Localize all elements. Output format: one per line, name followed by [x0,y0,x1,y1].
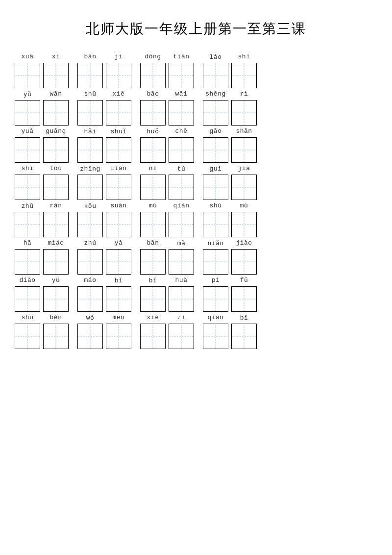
writing-box[interactable] [43,324,69,349]
pinyin-label: shuǐ [110,127,126,136]
character-cell: jiā [231,165,257,200]
writing-box[interactable] [203,286,228,312]
pinyin-label: huà [175,277,188,285]
character-cell: shū [77,90,103,126]
writing-box[interactable] [231,249,257,275]
character-pair: xiězì [140,314,194,349]
character-pair: diàoyú [15,277,69,312]
writing-box[interactable] [140,286,166,312]
pinyin-label: shū [22,314,34,323]
writing-box[interactable] [43,175,69,200]
writing-box[interactable] [169,286,194,312]
character-cell: tián [106,165,131,200]
writing-box[interactable] [169,63,194,88]
writing-box[interactable] [169,175,194,200]
character-cell: wǒ [77,314,103,349]
writing-box[interactable] [77,100,103,126]
writing-box[interactable] [77,212,103,237]
writing-box[interactable] [43,212,69,237]
pinyin-label: bǐ [115,277,123,285]
writing-box[interactable] [77,137,103,163]
character-cell: běn [43,314,69,349]
character-cell: zhǔ [15,202,40,237]
writing-box[interactable] [15,324,40,349]
writing-box[interactable] [106,100,131,126]
writing-box[interactable] [203,249,228,275]
writing-box[interactable] [106,324,131,349]
writing-box[interactable] [43,137,69,163]
pinyin-label: men [113,314,125,323]
writing-box[interactable] [106,175,131,200]
writing-box[interactable] [231,212,257,237]
character-pair: xuāxí [15,53,69,88]
writing-box[interactable] [15,137,40,163]
character-cell: qián [169,202,194,237]
writing-box[interactable] [106,249,131,275]
writing-box[interactable] [169,212,194,237]
character-cell: bāo [140,90,166,126]
writing-box[interactable] [169,137,194,163]
pinyin-label: chē [175,127,188,136]
writing-box[interactable] [203,63,228,88]
character-row: yuâguānghǎishuǐhuǒchēgāoshān [15,127,377,163]
character-cell: zì [169,314,194,349]
writing-box[interactable] [77,249,103,275]
character-cell: diào [15,277,40,312]
writing-box[interactable] [43,63,69,88]
writing-box[interactable] [15,100,40,126]
writing-box[interactable] [231,324,257,349]
writing-box[interactable] [231,137,257,163]
writing-box[interactable] [106,212,131,237]
writing-box[interactable] [43,249,69,275]
writing-box[interactable] [169,249,194,275]
writing-box[interactable] [106,137,131,163]
writing-box[interactable] [106,286,131,312]
writing-box[interactable] [140,212,166,237]
pinyin-label: kǒu [84,202,97,211]
character-cell: jiào [231,239,257,275]
character-cell: guǐ [203,165,228,200]
character-cell: jí [106,53,131,88]
writing-box[interactable] [203,100,228,126]
writing-box[interactable] [140,249,166,275]
writing-box[interactable] [140,175,166,200]
character-cell: mù [231,202,257,237]
writing-box[interactable] [140,100,166,126]
character-pair: yǔwān [15,90,69,126]
writing-box[interactable] [77,63,103,88]
writing-box[interactable] [231,286,257,312]
writing-box[interactable] [15,212,40,237]
character-cell: tǔ [169,165,194,200]
writing-box[interactable] [203,212,228,237]
character-pair: shūběn [15,314,69,349]
writing-box[interactable] [77,175,103,200]
writing-box[interactable] [169,324,194,349]
pinyin-label: jí [115,53,123,62]
writing-box[interactable] [203,324,228,349]
writing-box[interactable] [15,63,40,88]
pinyin-label: gāo [210,127,222,136]
writing-box[interactable] [169,100,194,126]
character-cell: guāng [43,127,69,163]
writing-box[interactable] [43,100,69,126]
writing-box[interactable] [231,100,257,126]
writing-box[interactable] [43,286,69,312]
character-pair: mùqián [140,202,194,237]
pinyin-label: bān [147,239,159,248]
writing-box[interactable] [15,286,40,312]
writing-box[interactable] [15,249,40,275]
writing-box[interactable] [15,175,40,200]
character-cell: tiān [169,53,194,88]
writing-box[interactable] [77,324,103,349]
writing-box[interactable] [231,175,257,200]
writing-box[interactable] [140,63,166,88]
character-cell: yú [43,277,69,312]
writing-box[interactable] [203,137,228,163]
writing-box[interactable] [106,63,131,88]
writing-box[interactable] [231,63,257,88]
writing-box[interactable] [140,324,166,349]
writing-box[interactable] [140,137,166,163]
pinyin-label: wāi [175,90,188,99]
writing-box[interactable] [77,286,103,312]
writing-box[interactable] [203,175,228,200]
